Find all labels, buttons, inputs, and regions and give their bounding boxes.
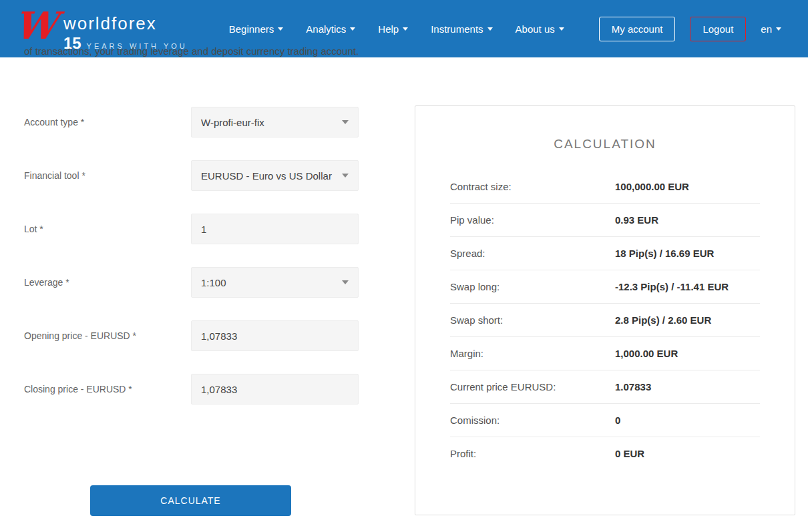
brand-name: worldforex — [63, 14, 188, 33]
chevron-down-icon — [559, 27, 564, 31]
calc-row-value: 1.07833 — [615, 381, 760, 392]
calculation-card: CALCULATION Contract size: 100,000.00 EU… — [415, 105, 795, 515]
navbar-right: My account Logout en — [599, 17, 781, 41]
financial-tool-value: EURUSD - Euro vs US Dollar — [201, 170, 332, 182]
calc-row-label: Comission: — [450, 415, 615, 426]
form-row-closing-price: Closing price - EURUSD * — [24, 374, 359, 405]
calc-row-label: Swap long: — [450, 281, 615, 292]
opening-price-input[interactable] — [191, 320, 359, 351]
nav-item-label: About us — [516, 23, 555, 35]
calc-row-value: 2.8 Pip(s) / 2.60 EUR — [615, 314, 760, 326]
calc-row-current-price: Current price EURUSD: 1.07833 — [450, 370, 760, 404]
form-row-leverage: Leverage * 1:100 — [24, 267, 359, 298]
closing-price-input[interactable] — [191, 374, 359, 405]
calc-row-label: Pip value: — [450, 214, 615, 226]
calc-row-value: 1,000.00 EUR — [615, 348, 760, 359]
language-selector[interactable]: en — [761, 23, 781, 35]
nav-item-help[interactable]: Help — [378, 23, 408, 35]
calculation-title: CALCULATION — [415, 137, 795, 152]
calc-row-spread: Spread: 18 Pip(s) / 16.69 EUR — [450, 237, 760, 270]
nav-item-label: Analytics — [306, 23, 346, 35]
chevron-down-icon — [342, 120, 349, 124]
leverage-select[interactable]: 1:100 — [191, 267, 359, 298]
chevron-down-icon — [403, 27, 408, 31]
account-type-select[interactable]: W-profi-eur-fix — [191, 107, 359, 138]
calculation-rows: Contract size: 100,000.00 EUR Pip value:… — [450, 170, 760, 470]
form-row-account-type: Account type * W-profi-eur-fix — [24, 107, 359, 138]
nav-item-label: Beginners — [229, 23, 274, 35]
calc-row-swap-long: Swap long: -12.3 Pip(s) / -11.41 EUR — [450, 270, 760, 304]
chevron-down-icon — [278, 27, 283, 31]
calc-row-label: Margin: — [450, 348, 615, 359]
calc-row-label: Current price EURUSD: — [450, 381, 615, 392]
brand-w-icon: W — [13, 5, 58, 46]
lot-label: Lot * — [24, 214, 184, 244]
nav-item-analytics[interactable]: Analytics — [306, 23, 355, 35]
chevron-down-icon — [776, 27, 781, 31]
leverage-value: 1:100 — [201, 277, 226, 288]
calc-row-value: 100,000.00 EUR — [615, 181, 760, 192]
logout-button[interactable]: Logout — [690, 17, 746, 41]
calc-row-contract-size: Contract size: 100,000.00 EUR — [450, 170, 760, 204]
account-type-value: W-profi-eur-fix — [201, 117, 264, 128]
nav-item-beginners[interactable]: Beginners — [229, 23, 284, 35]
calc-row-swap-short: Swap short: 2.8 Pip(s) / 2.60 EUR — [450, 304, 760, 337]
nav-item-label: Help — [378, 23, 399, 35]
calc-row-value: 0 — [615, 415, 760, 426]
intro-text: of transactions, your trading leverage a… — [24, 45, 438, 57]
calc-row-margin: Margin: 1,000.00 EUR — [450, 337, 760, 370]
calc-row-label: Profit: — [450, 448, 615, 459]
chevron-down-icon — [342, 174, 349, 178]
calc-row-comission: Comission: 0 — [450, 404, 760, 437]
calc-row-profit: Profit: 0 EUR — [450, 437, 760, 470]
nav-item-label: Instruments — [431, 23, 483, 35]
calc-row-value: -12.3 Pip(s) / -11.41 EUR — [615, 281, 760, 292]
leverage-label: Leverage * — [24, 267, 184, 298]
financial-tool-label: Financial tool * — [24, 160, 184, 191]
main-nav: Beginners Analytics Help Instruments Abo… — [229, 23, 564, 35]
closing-price-label: Closing price - EURUSD * — [24, 374, 184, 405]
calc-row-value: 18 Pip(s) / 16.69 EUR — [615, 248, 760, 259]
calc-row-label: Swap short: — [450, 314, 615, 326]
account-type-label: Account type * — [24, 107, 184, 138]
financial-tool-select[interactable]: EURUSD - Euro vs US Dollar — [191, 160, 359, 191]
calculate-button[interactable]: CALCULATE — [90, 485, 291, 516]
my-account-button[interactable]: My account — [599, 17, 676, 41]
calc-row-pip-value: Pip value: 0.93 EUR — [450, 204, 760, 237]
nav-item-about-us[interactable]: About us — [516, 23, 564, 35]
form-row-financial-tool: Financial tool * EURUSD - Euro vs US Dol… — [24, 160, 359, 191]
chevron-down-icon — [342, 280, 349, 284]
form-row-opening-price: Opening price - EURUSD * — [24, 320, 359, 351]
calc-row-value: 0 EUR — [615, 448, 760, 459]
calc-row-value: 0.93 EUR — [615, 214, 760, 226]
chevron-down-icon — [487, 27, 493, 31]
lot-input[interactable] — [191, 214, 359, 244]
form-row-lot: Lot * — [24, 214, 359, 244]
language-label: en — [761, 23, 772, 35]
chevron-down-icon — [350, 27, 355, 31]
calculator-form: Account type * W-profi-eur-fix Financial… — [24, 107, 359, 427]
calc-row-label: Spread: — [450, 248, 615, 259]
opening-price-label: Opening price - EURUSD * — [24, 320, 184, 351]
nav-item-instruments[interactable]: Instruments — [431, 23, 492, 35]
calc-row-label: Contract size: — [450, 181, 615, 192]
